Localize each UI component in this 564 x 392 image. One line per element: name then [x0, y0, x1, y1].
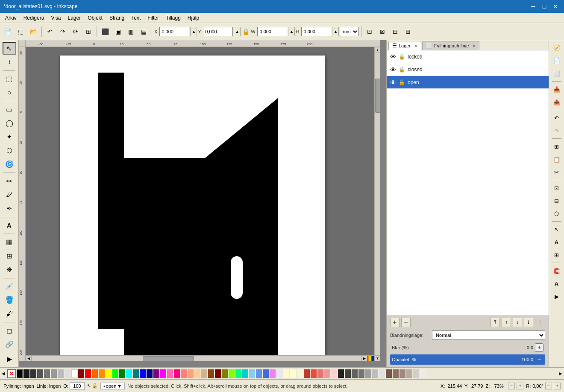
blend-mode-select[interactable]: Normal Multiply Screen Overlay — [432, 331, 545, 340]
ellipse-tool[interactable]: ◯ — [3, 117, 16, 129]
transform2-button[interactable]: ⊟ — [389, 26, 401, 38]
chip-maroon[interactable] — [215, 369, 221, 378]
remove-layer-button[interactable]: − — [401, 318, 411, 327]
chip-rose[interactable] — [174, 369, 180, 378]
layer-indicator[interactable]: • open ▼ — [100, 383, 125, 389]
chip-pink[interactable] — [167, 369, 173, 378]
chip-tan[interactable] — [201, 369, 207, 378]
node-transform-button[interactable]: ⊠ — [376, 26, 388, 38]
chip-r3[interactable] — [317, 369, 323, 378]
layer-visibility-closed[interactable]: 👁 — [390, 66, 396, 73]
rt-raise-button[interactable]: ⬡ — [551, 208, 563, 219]
menu-strang[interactable]: Sträng — [106, 14, 128, 22]
pencil-tool[interactable]: ✏ — [3, 175, 16, 187]
chip-w3[interactable] — [400, 369, 405, 378]
chip-r2[interactable] — [311, 369, 317, 378]
more-tools-button[interactable]: ▶ — [3, 353, 16, 366]
rt-import-button[interactable]: 📥 — [551, 83, 563, 95]
chip-spring[interactable] — [235, 369, 241, 378]
chip-black[interactable] — [17, 369, 23, 378]
minimize-button[interactable]: ─ — [528, 2, 538, 11]
rt-group-button[interactable]: ⊡ — [551, 182, 563, 194]
chip-coral[interactable] — [181, 369, 187, 378]
menu-objekt[interactable]: Objekt — [84, 14, 106, 22]
zoom-tool[interactable]: ⬚ — [3, 73, 16, 85]
w-up-arrow[interactable]: ▲ — [288, 27, 295, 36]
spray-tool[interactable]: 🖌 — [3, 307, 16, 320]
tab-fill-close[interactable]: ✕ — [472, 44, 476, 48]
star-tool[interactable]: ✦ — [3, 130, 16, 143]
menu-text[interactable]: Text — [128, 14, 144, 22]
chip-b3[interactable] — [352, 369, 358, 378]
palette-right-arrow[interactable]: ▶ — [557, 368, 564, 380]
lock-proportions-button[interactable]: 🔒 — [241, 27, 250, 36]
rt-delete-button[interactable]: ✂ — [551, 166, 563, 178]
canvas-content[interactable]: ▲ ▼ ◀ ▶ — [26, 47, 380, 361]
chip-red[interactable] — [85, 369, 91, 378]
panel-more-icon[interactable]: ⋮ — [535, 319, 545, 327]
opacity-decrease-button[interactable]: − — [535, 355, 543, 364]
chip-darkgray3[interactable] — [37, 369, 43, 378]
grid-button[interactable]: ⊞ — [402, 26, 414, 38]
rt-page-button[interactable]: 📄 — [551, 55, 563, 67]
menu-lager[interactable]: Lager — [65, 14, 85, 22]
rotation-increase-button[interactable]: + — [554, 383, 561, 389]
connector-tool[interactable]: 🔗 — [3, 338, 16, 351]
tab-lager[interactable]: ☰ Lager ✕ — [388, 41, 421, 50]
x-up-arrow[interactable]: ▲ — [190, 27, 197, 36]
distribute-button[interactable]: ▤ — [138, 26, 150, 38]
chip-gray2[interactable] — [51, 369, 57, 378]
menu-visa[interactable]: Visa — [47, 14, 64, 22]
chip-gray1[interactable] — [44, 369, 50, 378]
h-input[interactable] — [301, 27, 331, 36]
chip-w6[interactable] — [420, 369, 426, 378]
chip-violet[interactable] — [270, 369, 276, 378]
paint-bucket-tool[interactable]: 🪣 — [3, 294, 16, 307]
chip-teal[interactable] — [133, 369, 139, 378]
chip-aqua[interactable] — [242, 369, 248, 378]
chip-w1[interactable] — [386, 369, 392, 378]
layer-row-open[interactable]: 👁 🔓 open — [387, 76, 549, 89]
dropper-tool[interactable]: 💉 — [3, 280, 16, 293]
selector-tool[interactable]: ↖ — [3, 42, 16, 55]
menu-redigera[interactable]: Redigera — [20, 14, 48, 22]
scroll-right-button[interactable]: ▶ — [361, 356, 367, 362]
text-tool[interactable]: A — [3, 219, 16, 232]
canvas-area[interactable]: -50 -25 0 25 50 75 100 125 150 175 200 -… — [19, 40, 386, 367]
rt-zoom-button[interactable]: A — [551, 278, 563, 290]
node-tool[interactable]: ⌇ — [3, 56, 16, 68]
chip-w5[interactable] — [413, 369, 419, 378]
chip-r4[interactable] — [324, 369, 330, 378]
new-button[interactable]: 📄 — [2, 26, 14, 38]
chip-lime[interactable] — [112, 369, 118, 378]
maximize-button[interactable]: □ — [539, 2, 549, 11]
add-layer-button[interactable]: + — [390, 318, 400, 327]
chip-b4[interactable] — [358, 369, 364, 378]
polygon-tool[interactable]: ⬡ — [3, 144, 16, 157]
y-up-arrow[interactable]: ▲ — [234, 27, 241, 36]
tab-lager-close[interactable]: ✕ — [414, 44, 417, 48]
w-input[interactable] — [257, 27, 287, 36]
layer-lock-open[interactable]: 🔓 — [399, 79, 405, 85]
chip-lavender[interactable] — [276, 369, 282, 378]
chip-darkgray2[interactable] — [30, 369, 36, 378]
chip-chartreuse[interactable] — [229, 369, 235, 378]
chip-yellow[interactable] — [106, 369, 112, 378]
chip-r5[interactable] — [331, 369, 337, 378]
opacity-input[interactable] — [70, 382, 85, 390]
measure-tool[interactable]: ○ — [3, 86, 16, 99]
chip-b6[interactable] — [372, 369, 378, 378]
rt-compass-button[interactable]: 🧭 — [551, 42, 563, 54]
mesh-tool[interactable]: ⊞ — [3, 249, 16, 262]
calligraphy-tool[interactable]: ✒ — [3, 202, 16, 215]
rt-ungroup-button[interactable]: ⊟ — [551, 195, 563, 207]
unit-select[interactable]: mm px cm in — [340, 27, 359, 36]
chip-orange[interactable] — [92, 369, 98, 378]
chip-white[interactable] — [71, 369, 77, 378]
chip-cornflower[interactable] — [256, 369, 262, 378]
chip-sky[interactable] — [249, 369, 255, 378]
move-layer-bottom[interactable]: ⤓ — [524, 318, 533, 327]
rt-text2-button[interactable]: A — [551, 236, 563, 248]
chip-b7[interactable] — [379, 369, 385, 378]
redo-button[interactable]: ↷ — [57, 26, 69, 38]
